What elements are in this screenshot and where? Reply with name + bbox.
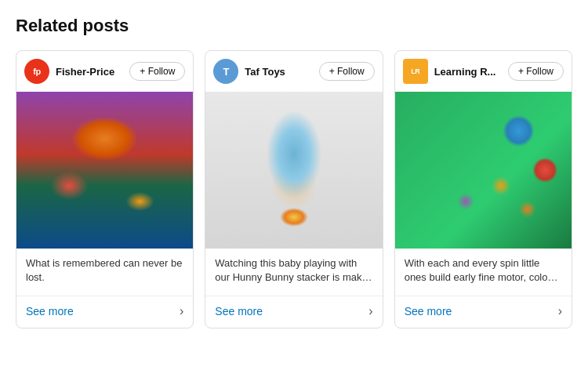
chevron-right-icon-taf-toys: ›	[368, 304, 372, 318]
see-more-button-fisher-price[interactable]: See more	[26, 305, 74, 318]
brand-logo-text: fp	[33, 67, 40, 76]
follow-button-learning-resources[interactable]: + Follow	[508, 62, 564, 81]
card-body-fisher-price: What is remembered can never be lost.	[16, 249, 193, 291]
card-body-taf-toys: Watching this baby playing with our Hunn…	[205, 249, 382, 291]
brand-logo-taf-toys: T	[213, 59, 238, 84]
card-image-fisher-price	[16, 92, 193, 249]
brand-name-taf-toys: Taf Toys	[245, 66, 312, 78]
card-image-taf-toys	[205, 92, 382, 249]
card-taf-toys: T Taf Toys + Follow Watching this baby p…	[205, 50, 383, 328]
card-description-fisher-price: What is remembered can never be lost.	[26, 256, 183, 285]
card-header-fisher-price: fp Fisher-Price + Follow	[16, 51, 193, 92]
chevron-right-icon-learning-resources: ›	[558, 304, 562, 318]
brand-logo-learning-resources: LR	[403, 59, 428, 84]
see-more-button-learning-resources[interactable]: See more	[405, 305, 452, 318]
brand-logo-text: T	[223, 66, 229, 78]
card-description-learning-resources: With each and every spin little ones bui…	[405, 256, 562, 285]
see-more-button-taf-toys[interactable]: See more	[215, 305, 263, 318]
brand-name-fisher-price: Fisher-Price	[56, 66, 123, 78]
card-learning-resources: LR Learning R... + Follow With each and …	[394, 50, 572, 328]
brand-logo-fisher-price: fp	[24, 59, 49, 84]
card-footer-learning-resources: See more ›	[395, 296, 572, 328]
brand-logo-text: LR	[411, 67, 419, 75]
card-fisher-price: fp Fisher-Price + Follow What is remembe…	[16, 50, 194, 328]
cards-container: fp Fisher-Price + Follow What is remembe…	[16, 50, 572, 328]
card-footer-fisher-price: See more ›	[16, 296, 193, 328]
card-header-learning-resources: LR Learning R... + Follow	[395, 51, 572, 92]
card-footer-taf-toys: See more ›	[205, 296, 382, 328]
card-body-learning-resources: With each and every spin little ones bui…	[395, 249, 572, 291]
follow-button-taf-toys[interactable]: + Follow	[319, 62, 375, 81]
chevron-right-icon-fisher-price: ›	[180, 304, 183, 318]
card-header-taf-toys: T Taf Toys + Follow	[205, 51, 382, 92]
page-title: Related posts	[16, 16, 572, 36]
card-image-learning-resources	[395, 92, 572, 249]
brand-name-learning-resources: Learning R...	[434, 66, 502, 78]
card-description-taf-toys: Watching this baby playing with our Hunn…	[215, 256, 372, 285]
follow-button-fisher-price[interactable]: + Follow	[129, 62, 185, 81]
